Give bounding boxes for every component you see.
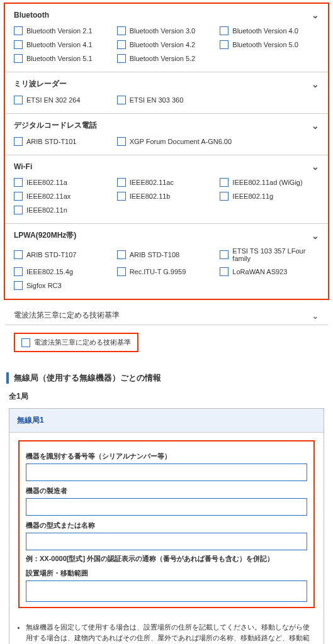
checkbox-11n[interactable]: IEEE802.11n xyxy=(14,206,113,214)
checkbox-11ax[interactable]: IEEE802.11ax xyxy=(14,192,113,201)
checkbox-icon xyxy=(220,192,229,201)
label-model: 機器の型式または名称 xyxy=(26,521,307,530)
checkbox-icon xyxy=(14,192,23,201)
notes-list: 無線機器を固定して使用する場合は、設置場所の住所を記載してください。移動しながら… xyxy=(26,622,312,644)
checkbox-label: IEEE802.11ax xyxy=(26,192,71,200)
checkbox-label: Bluetooth Version 4.2 xyxy=(130,41,196,48)
checkbox-label: Rec.ITU-T G.9959 xyxy=(130,268,186,275)
checkbox-icon xyxy=(14,281,23,290)
input-location[interactable] xyxy=(26,580,307,602)
section-mmwave: ミリ波レーダー ⌄ ETSI EN 302 264 ETSI EN 303 36… xyxy=(5,72,328,114)
checkbox-icon xyxy=(14,26,23,35)
chevron-down-icon: ⌄ xyxy=(312,10,319,20)
checkbox-label: IEEE802.15.4g xyxy=(26,268,73,275)
checkbox-tech-standard[interactable]: 電波法第三章に定める技術基準 xyxy=(21,338,131,347)
label-maker: 機器の製造者 xyxy=(26,486,307,496)
section-header-bluetooth[interactable]: Bluetooth ⌄ xyxy=(14,10,319,20)
checkbox-icon xyxy=(117,250,126,259)
checkbox-11b[interactable]: IEEE802.11b xyxy=(117,192,217,201)
checkbox-label: IEEE802.11b xyxy=(130,192,171,200)
chevron-down-icon: ⌄ xyxy=(312,121,319,131)
checkbox-11a[interactable]: IEEE802.11a xyxy=(14,178,113,187)
checkbox-t108[interactable]: ARIB STD-T108 xyxy=(117,247,217,262)
hint-model: 例：XX-0000[型式] 外国の認証表示の通称（番号があれば番号も含む）を併記… xyxy=(26,554,307,564)
checkbox-bt-2-1[interactable]: Bluetooth Version 2.1 xyxy=(14,26,113,35)
checkbox-t107[interactable]: ARIB STD-T107 xyxy=(14,247,113,262)
checkbox-label: ARIB STD-T101 xyxy=(26,138,76,145)
section-wifi: Wi-Fi ⌄ IEEE802.11a IEEE802.11ac IEEE802… xyxy=(5,155,328,224)
checkbox-label: ETSI EN 302 264 xyxy=(26,96,81,104)
section-header-cordless[interactable]: デジタルコードレス電話 ⌄ xyxy=(14,120,319,131)
input-model[interactable] xyxy=(26,533,307,550)
checkbox-icon xyxy=(21,338,30,347)
section-header-mmwave[interactable]: ミリ波レーダー ⌄ xyxy=(14,79,319,89)
checkbox-label: IEEE802.11g xyxy=(232,192,273,200)
checkbox-icon xyxy=(117,267,126,276)
checkbox-label: IEEE802.11a xyxy=(26,179,67,186)
checkbox-etsi-lfour[interactable]: ETSI TS 103 357 LFour family xyxy=(220,247,319,262)
checkbox-icon xyxy=(117,178,126,187)
checkbox-icon xyxy=(14,267,23,276)
section-cordless: デジタルコードレス電話 ⌄ ARIB STD-T101 XGP Forum Do… xyxy=(5,114,328,155)
section-bluetooth: Bluetooth ⌄ Bluetooth Version 2.1 Blueto… xyxy=(5,4,328,72)
checkbox-bt-4-1[interactable]: Bluetooth Version 4.1 xyxy=(14,40,113,49)
chevron-down-icon: ⌄ xyxy=(312,79,319,89)
checkbox-label: IEEE802.11ac xyxy=(130,179,174,186)
checkbox-etsi-303-360[interactable]: ETSI EN 303 360 xyxy=(117,96,217,104)
checkbox-label: Bluetooth Version 3.0 xyxy=(130,27,196,35)
checkbox-icon xyxy=(14,96,23,104)
section-title: ミリ波レーダー xyxy=(14,79,67,89)
checkbox-icon xyxy=(14,206,23,214)
checkbox-icon xyxy=(14,178,23,187)
section-header-tech-standard[interactable]: 電波法第三章に定める技術基準 ⌄ xyxy=(5,306,328,325)
checkbox-label: 電波法第三章に定める技術基準 xyxy=(34,338,131,347)
input-maker[interactable] xyxy=(26,498,307,516)
station-count: 全1局 xyxy=(9,391,324,402)
section-header-lpwa[interactable]: LPWA(920MHz帯) ⌄ xyxy=(14,230,319,241)
checkbox-bt-3-0[interactable]: Bluetooth Version 3.0 xyxy=(117,26,217,35)
chevron-down-icon: ⌄ xyxy=(312,311,319,321)
checkbox-icon xyxy=(117,26,126,35)
section-title: Bluetooth xyxy=(14,11,49,19)
station-panel: 無線局1 機器を識別する番号等（シリアルナンバー等） 機器の製造者 機器の型式ま… xyxy=(9,408,324,644)
checkbox-label: Bluetooth Version 4.0 xyxy=(232,27,298,35)
section-header-wifi[interactable]: Wi-Fi ⌄ xyxy=(14,162,319,172)
checkbox-label: Bluetooth Version 5.0 xyxy=(232,41,298,48)
checkbox-icon xyxy=(117,137,126,146)
checkbox-label: ARIB STD-T108 xyxy=(130,251,179,258)
checkbox-icon xyxy=(220,178,229,187)
checkbox-bt-5-1[interactable]: Bluetooth Version 5.1 xyxy=(14,54,113,63)
checkbox-11g[interactable]: IEEE802.11g xyxy=(220,192,319,201)
checkbox-icon xyxy=(117,96,126,104)
checkbox-lorawan[interactable]: LoRaWAN AS923 xyxy=(220,267,319,276)
section-title: デジタルコードレス電話 xyxy=(14,120,97,131)
section-lpwa: LPWA(920MHz帯) ⌄ ARIB STD-T107 ARIB STD-T… xyxy=(5,224,328,299)
checkbox-11ac[interactable]: IEEE802.11ac xyxy=(117,178,217,187)
checkbox-icon xyxy=(220,267,229,276)
checkbox-label: LoRaWAN AS923 xyxy=(232,268,287,275)
heading-text: 無線局（使用する無線機器）ごとの情報 xyxy=(14,372,161,384)
input-serial[interactable] xyxy=(26,464,307,481)
station-header: 無線局1 xyxy=(9,409,324,433)
note-item: 無線機器を固定して使用する場合は、設置場所の住所を記載してください。移動しながら… xyxy=(26,622,312,644)
checkbox-bt-4-0[interactable]: Bluetooth Version 4.0 xyxy=(220,26,319,35)
checkbox-bt-5-2[interactable]: Bluetooth Version 5.2 xyxy=(117,54,217,63)
checkbox-label: IEEE802.11ad (WiGig) xyxy=(232,179,302,186)
checkbox-xgp[interactable]: XGP Forum Document A-GN6.00 xyxy=(117,137,319,146)
checkbox-bt-4-2[interactable]: Bluetooth Version 4.2 xyxy=(117,40,217,49)
section-tech-standard: 電波法第三章に定める技術基準 ⌄ 電波法第三章に定める技術基準 xyxy=(5,306,328,360)
checkbox-arib-t101[interactable]: ARIB STD-T101 xyxy=(14,137,113,146)
checkbox-etsi-302-264[interactable]: ETSI EN 302 264 xyxy=(14,96,113,104)
checkbox-sigfox[interactable]: Sigfox RC3 xyxy=(14,281,113,290)
section-title: 電波法第三章に定める技術基準 xyxy=(14,310,120,321)
checkbox-icon xyxy=(220,26,229,35)
chevron-down-icon: ⌄ xyxy=(312,162,319,172)
checkbox-icon xyxy=(117,40,126,49)
checkbox-label: ETSI TS 103 357 LFour family xyxy=(232,247,319,262)
checkbox-11ad[interactable]: IEEE802.11ad (WiGig) xyxy=(220,178,319,187)
checkbox-icon xyxy=(14,137,23,146)
section-heading-station-info: 無線局（使用する無線機器）ごとの情報 xyxy=(6,372,327,384)
checkbox-bt-5-0[interactable]: Bluetooth Version 5.0 xyxy=(220,40,319,49)
checkbox-itu-g9959[interactable]: Rec.ITU-T G.9959 xyxy=(117,267,217,276)
checkbox-802-15-4g[interactable]: IEEE802.15.4g xyxy=(14,267,113,276)
